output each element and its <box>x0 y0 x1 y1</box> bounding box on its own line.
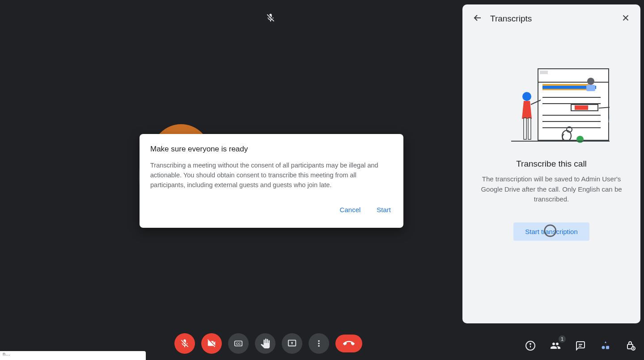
participants-button[interactable]: 1 <box>547 338 564 354</box>
svg-rect-29 <box>586 85 595 91</box>
captions-button[interactable]: CC <box>228 333 249 354</box>
svg-rect-17 <box>540 71 548 74</box>
camera-toggle-button[interactable] <box>201 333 222 354</box>
svg-rect-12 <box>606 346 609 349</box>
participants-count-badge: 1 <box>558 335 566 343</box>
consent-dialog: Make sure everyone is ready Transcribing… <box>140 134 403 228</box>
cancel-button[interactable]: Cancel <box>338 202 363 217</box>
svg-point-40 <box>576 136 584 143</box>
start-transcription-button[interactable]: Start transcription <box>513 222 589 241</box>
svg-point-8 <box>530 343 531 344</box>
leave-call-button[interactable] <box>335 335 362 352</box>
svg-rect-32 <box>528 118 531 139</box>
panel-title: Transcripts <box>490 14 614 24</box>
svg-point-5 <box>318 345 320 347</box>
activities-button[interactable] <box>597 338 614 354</box>
participant-mic-status-icon <box>264 11 277 25</box>
close-panel-button[interactable] <box>621 13 631 25</box>
svg-point-4 <box>318 343 320 344</box>
svg-point-28 <box>587 78 594 85</box>
mic-toggle-button[interactable] <box>174 333 195 354</box>
svg-rect-16 <box>538 69 609 82</box>
bottom-corner-tab: n… <box>0 351 146 360</box>
svg-text:CC: CC <box>236 342 241 346</box>
svg-point-15 <box>633 347 634 348</box>
svg-point-3 <box>318 340 320 342</box>
right-info-bar: 1 <box>522 338 639 354</box>
panel-illustration <box>472 65 631 146</box>
more-options-button[interactable] <box>309 333 329 354</box>
dialog-actions: Cancel Start <box>150 202 393 217</box>
dialog-title: Make sure everyone is ready <box>150 145 393 154</box>
meeting-control-bar: CC <box>174 333 362 354</box>
panel-description: The transcription will be saved to Admin… <box>472 174 631 205</box>
start-button[interactable]: Start <box>375 202 393 217</box>
present-screen-button[interactable] <box>282 333 302 354</box>
panel-heading: Transcribe this call <box>472 159 631 169</box>
panel-header: Transcripts <box>472 13 631 25</box>
dialog-body: Transcribing a meeting without the conse… <box>150 161 393 190</box>
svg-point-11 <box>602 346 605 349</box>
svg-rect-23 <box>575 105 588 110</box>
svg-rect-31 <box>524 118 526 139</box>
raise-hand-button[interactable] <box>255 333 275 354</box>
meeting-details-button[interactable] <box>522 338 538 354</box>
transcripts-panel: Transcripts <box>462 4 640 323</box>
svg-point-30 <box>522 92 531 101</box>
start-transcription-label: Start transcription <box>525 228 578 235</box>
host-controls-button[interactable] <box>623 338 639 354</box>
chat-button[interactable] <box>572 338 589 354</box>
back-button[interactable] <box>472 13 483 25</box>
